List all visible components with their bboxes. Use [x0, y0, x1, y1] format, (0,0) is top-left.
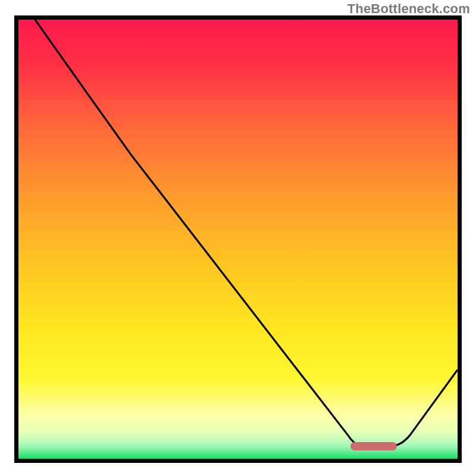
optimal-marker	[350, 442, 397, 450]
plot-frame	[14, 15, 462, 463]
bottleneck-curve-path	[35, 20, 458, 446]
chart-container: TheBottleneck.com	[0, 0, 476, 476]
watermark-text: TheBottleneck.com	[347, 1, 470, 17]
curve-line	[18, 20, 458, 459]
